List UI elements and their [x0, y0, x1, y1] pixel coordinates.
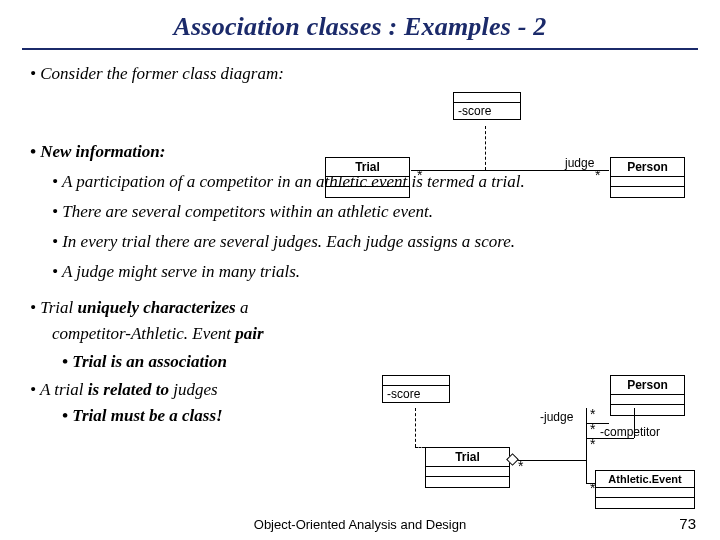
multiplicity-star-icon: * — [518, 463, 523, 469]
text-bold: is related to — [88, 380, 169, 399]
text: competitor-Athletic. Event — [52, 324, 235, 343]
uml-role-judge: -judge — [540, 410, 573, 424]
uml-trial-name: Trial — [326, 158, 409, 177]
uml-trial-name: Trial — [426, 448, 509, 467]
sub-bullet-4: • A judge might serve in many trials. — [52, 262, 690, 282]
multiplicity-star-icon: * — [417, 172, 422, 178]
uml-diagram-bottom: -score Person Trial Athletic.Event * * *… — [330, 375, 710, 525]
uml-dashed-link — [415, 408, 416, 447]
uml-diagram-top: -score Trial * * judge Person — [325, 92, 695, 207]
uml-athleticevent-class: Athletic.Event — [595, 470, 695, 509]
multiplicity-star-icon: * — [595, 172, 600, 178]
uml-dashed-link — [485, 126, 486, 170]
uml-athleticevent-name: Athletic.Event — [596, 471, 694, 488]
slide: Association classes : Examples - 2 • Con… — [0, 0, 720, 540]
multiplicity-star-icon: * — [590, 426, 595, 432]
uml-assoc-line — [411, 170, 609, 171]
page-number: 73 — [679, 515, 696, 532]
uml-person-class: Person — [610, 157, 685, 198]
footer-text: Object-Oriented Analysis and Design — [0, 517, 720, 532]
text: judges — [169, 380, 218, 399]
uml-role-judge: judge — [565, 156, 594, 170]
uml-trial-class: Trial — [425, 447, 510, 488]
uml-dashed-link-h — [415, 447, 425, 448]
slide-title: Association classes : Examples - 2 — [30, 12, 690, 42]
uml-role-competitor: -competitor — [600, 425, 660, 439]
uml-person-class: Person — [610, 375, 685, 416]
multiplicity-star-icon: * — [590, 411, 595, 417]
text: a — [236, 298, 249, 317]
text: • Trial — [30, 298, 78, 317]
multiplicity-star-icon: * — [590, 441, 595, 447]
uml-score-class: -score — [453, 92, 521, 120]
uml-person-name: Person — [611, 158, 684, 177]
bullet-is-association: • Trial is an association — [62, 352, 690, 372]
bullet-pair: competitor-Athletic. Event pair — [52, 324, 690, 344]
text: • A trial — [30, 380, 88, 399]
title-rule — [22, 48, 698, 50]
bullet-consider: • Consider the former class diagram: — [30, 64, 690, 84]
uml-line — [586, 408, 587, 483]
uml-score-attr: -score — [383, 386, 449, 402]
uml-score-attr: -score — [454, 103, 520, 119]
multiplicity-star-icon: * — [590, 485, 595, 491]
uml-score-class: -score — [382, 375, 450, 403]
uml-person-name: Person — [611, 376, 684, 395]
bullet-unique: • Trial uniquely characterizes a — [30, 298, 690, 318]
text-bold: pair — [235, 324, 263, 343]
text-bold: uniquely characterizes — [78, 298, 236, 317]
sub-bullet-3: • In every trial there are several judge… — [52, 232, 690, 252]
uml-trial-class: Trial — [325, 157, 410, 198]
